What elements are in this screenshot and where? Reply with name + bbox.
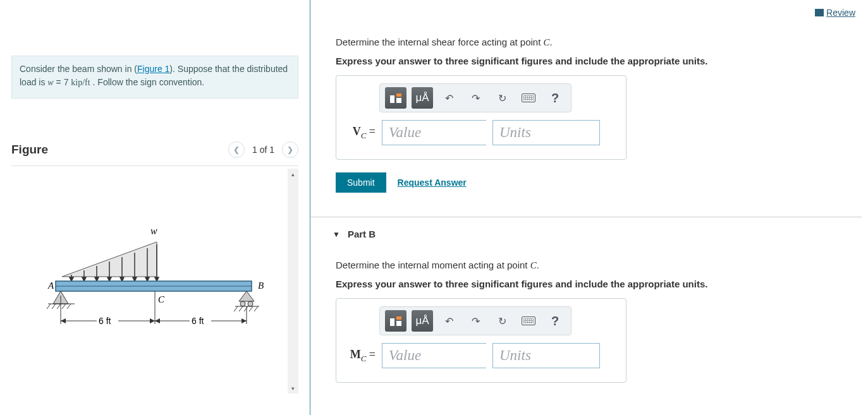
templates-icon [390,316,401,326]
svg-point-26 [240,301,245,306]
partA-submit-button[interactable]: Submit [336,172,386,193]
problem-statement: Consider the beam shown in (Figure 1). S… [11,56,298,99]
left-panel: Consider the beam shown in (Figure 1). S… [0,0,310,415]
svg-marker-42 [241,318,247,323]
partA-request-answer-link[interactable]: Request Answer [398,177,467,188]
figure-area: ▴ ▾ w [11,166,298,394]
partB-title: Part B [348,229,376,239]
templates-button[interactable] [385,310,406,332]
svg-marker-13 [145,277,149,281]
partA-answer-box: μÅ ↶ ↷ ↻ ? VC = Value Units [336,75,627,160]
partA-toolbar: μÅ ↶ ↷ ↻ ? [379,83,572,112]
keyboard-button[interactable] [518,310,539,332]
svg-line-30 [239,306,243,311]
help-button[interactable]: ? [544,310,566,332]
scroll-up-button[interactable]: ▴ [288,169,298,179]
svg-line-23 [62,304,66,309]
svg-line-29 [234,306,238,311]
partB-units-input[interactable]: Units [492,343,600,368]
figure-nav: ❮ 1 of 1 ❯ [228,141,298,158]
svg-marker-40 [150,318,155,323]
reset-button[interactable]: ↻ [491,87,513,109]
point-B-label: B [258,280,264,291]
svg-marker-9 [120,277,124,281]
partB-prompt: Determine the internal moment acting at … [336,258,862,272]
svg-line-33 [254,306,258,311]
svg-line-20 [47,304,51,309]
keyboard-button[interactable] [518,87,539,109]
figure-title: Figure [11,143,48,157]
keyboard-icon [522,93,535,102]
partA-units-input[interactable]: Units [492,120,600,145]
partB-subprompt: Express your answer to three significant… [336,279,862,289]
collapse-caret-icon: ▼ [333,230,340,239]
svg-point-27 [248,301,253,306]
svg-line-31 [244,306,248,311]
svg-marker-5 [95,277,99,281]
redo-button[interactable]: ↷ [465,310,486,332]
svg-marker-41 [155,318,160,323]
beam-diagram: w [30,223,277,368]
undo-button[interactable]: ↶ [438,87,460,109]
load-label: w [150,226,157,236]
svg-marker-39 [61,318,66,323]
point-A-label: A [47,280,54,291]
undo-button[interactable]: ↶ [438,310,460,332]
svg-marker-15 [155,277,159,281]
dim-right: 6 ft [192,316,204,326]
scroll-down-button[interactable]: ▾ [288,383,298,394]
help-button[interactable]: ? [544,87,566,109]
partB-answer-box: μÅ ↶ ↷ ↻ ? MC = Value Units [336,298,627,383]
keyboard-icon [522,316,535,325]
partB-header[interactable]: ▼ Part B [333,217,862,246]
figure-prev-button[interactable]: ❮ [228,141,245,158]
svg-marker-1 [70,277,73,281]
units-picker-button[interactable]: μÅ [412,87,433,109]
svg-line-24 [67,304,71,309]
right-panel: Determine the internal shear force actin… [310,0,868,415]
svg-line-22 [57,304,61,309]
templates-button[interactable] [385,87,406,109]
figure-link[interactable]: Figure 1 [137,64,169,74]
svg-marker-7 [107,277,111,281]
partB-toolbar: μÅ ↶ ↷ ↻ ? [379,306,572,335]
point-C-label: C [158,294,165,304]
redo-button[interactable]: ↷ [465,87,486,109]
units-picker-button[interactable]: μÅ [412,310,433,332]
figure-next-button[interactable]: ❯ [282,141,298,158]
figure-counter: 1 of 1 [252,145,274,155]
svg-marker-25 [239,291,254,301]
dim-left: 6 ft [99,316,111,326]
figure-scrollbar[interactable]: ▴ ▾ [288,169,298,394]
svg-marker-11 [133,277,137,281]
partB-variable-label: MC = [348,348,376,364]
svg-line-32 [249,306,253,311]
partB-value-input[interactable]: Value [382,343,486,368]
partA-subprompt: Express your answer to three significant… [336,56,862,66]
templates-icon [390,93,401,103]
partA-variable-label: VC = [348,125,376,141]
partA-prompt: Determine the internal shear force actin… [336,35,862,49]
svg-marker-3 [82,277,86,281]
svg-line-21 [52,304,56,309]
reset-button[interactable]: ↻ [491,310,513,332]
partA-value-input[interactable]: Value [382,120,486,145]
